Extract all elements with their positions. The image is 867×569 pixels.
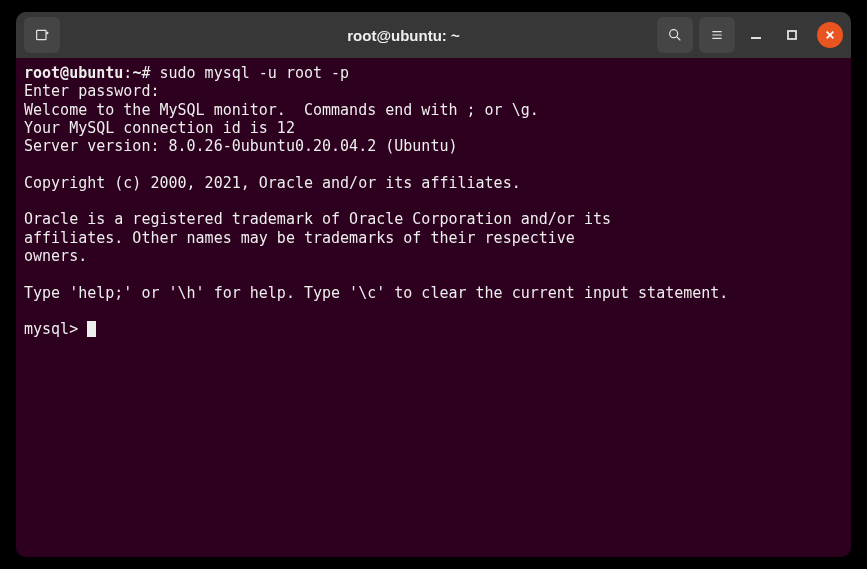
output-line: affiliates. Other names may be trademark… bbox=[24, 229, 843, 247]
new-tab-button[interactable] bbox=[24, 17, 60, 53]
terminal-body[interactable]: root@ubuntu:~# sudo mysql -u root -pEnte… bbox=[16, 58, 851, 557]
terminal-window: root@ubuntu: ~ root@ubuntu:~# sudo mysql… bbox=[16, 12, 851, 557]
output-line: Oracle is a registered trademark of Orac… bbox=[24, 210, 843, 228]
close-icon bbox=[825, 30, 835, 40]
output-line: Your MySQL connection id is 12 bbox=[24, 119, 843, 137]
svg-rect-9 bbox=[788, 31, 796, 39]
svg-rect-0 bbox=[37, 30, 46, 39]
mysql-prompt-line: mysql> bbox=[24, 320, 843, 338]
output-line bbox=[24, 265, 843, 283]
prompt-char: # bbox=[141, 64, 150, 82]
titlebar-left bbox=[24, 17, 174, 53]
menu-button[interactable] bbox=[699, 17, 735, 53]
search-button[interactable] bbox=[657, 17, 693, 53]
command-text: sudo mysql -u root -p bbox=[159, 64, 349, 82]
output-line bbox=[24, 192, 843, 210]
new-tab-icon bbox=[34, 27, 50, 43]
output-line: Type 'help;' or '\h' for help. Type '\c'… bbox=[24, 284, 843, 302]
prompt-user: root@ubuntu bbox=[24, 64, 123, 82]
svg-point-3 bbox=[670, 30, 678, 38]
minimize-button[interactable] bbox=[741, 20, 771, 50]
search-icon bbox=[667, 27, 683, 43]
cursor bbox=[87, 321, 96, 337]
output-line: Server version: 8.0.26-0ubuntu0.20.04.2 … bbox=[24, 137, 843, 155]
output-line: Welcome to the MySQL monitor. Commands e… bbox=[24, 101, 843, 119]
maximize-button[interactable] bbox=[777, 20, 807, 50]
output-line bbox=[24, 155, 843, 173]
output-line: Enter password: bbox=[24, 82, 843, 100]
minimize-icon bbox=[750, 29, 762, 41]
close-button[interactable] bbox=[817, 22, 843, 48]
mysql-prompt: mysql> bbox=[24, 320, 87, 338]
titlebar: root@ubuntu: ~ bbox=[16, 12, 851, 58]
svg-line-4 bbox=[677, 37, 680, 40]
output-line: owners. bbox=[24, 247, 843, 265]
output-line: Copyright (c) 2000, 2021, Oracle and/or … bbox=[24, 174, 843, 192]
output-line bbox=[24, 302, 843, 320]
maximize-icon bbox=[786, 29, 798, 41]
titlebar-right bbox=[633, 17, 843, 53]
hamburger-icon bbox=[709, 27, 725, 43]
window-title: root@ubuntu: ~ bbox=[180, 27, 627, 44]
prompt-line: root@ubuntu:~# sudo mysql -u root -p bbox=[24, 64, 843, 82]
